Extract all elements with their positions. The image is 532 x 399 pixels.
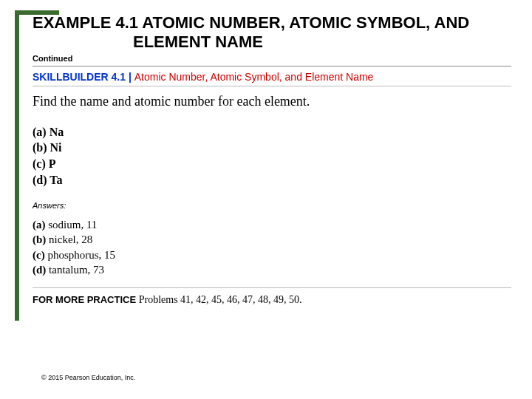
list-item: (a) sodium, 11 xyxy=(33,217,511,232)
title-line-1: EXAMPLE 4.1 ATOMIC NUMBER, ATOMIC SYMBOL… xyxy=(33,13,511,33)
slide-content: EXAMPLE 4.1 ATOMIC NUMBER, ATOMIC SYMBOL… xyxy=(27,13,511,306)
list-item: (d) tantalum, 73 xyxy=(33,262,511,277)
skillbuilder-heading: SKILLBUILDER 4.1 | Atomic Number, Atomic… xyxy=(33,71,511,83)
question-items: (a) Na (b) Ni (c) P (d) Ta xyxy=(33,124,511,188)
copyright-text: © 2015 Pearson Education, Inc. xyxy=(41,374,135,381)
divider xyxy=(33,66,511,66)
answers-list: (a) sodium, 11 (b) nickel, 28 (c) phosph… xyxy=(33,217,511,277)
answer-label: (d) xyxy=(33,264,46,276)
list-item: (b) nickel, 28 xyxy=(33,232,511,247)
divider xyxy=(33,287,511,288)
answer-value: tantalum, 73 xyxy=(46,264,104,276)
list-item: (c) phosphorus, 15 xyxy=(33,248,511,262)
instruction-text: Find the name and atomic number for each… xyxy=(33,94,511,109)
list-item: (a) Na xyxy=(33,124,511,140)
divider xyxy=(33,86,511,86)
title-line-2: ELEMENT NAME xyxy=(33,33,511,52)
skillbuilder-bold: SKILLBUILDER 4.1 | xyxy=(33,71,134,83)
more-practice-rest: Problems 41, 42, 45, 46, 47, 48, 49, 50. xyxy=(139,294,302,305)
more-practice-bold: FOR MORE PRACTICE xyxy=(33,294,139,305)
list-item: (c) P xyxy=(33,156,511,172)
answer-value: nickel, 28 xyxy=(46,233,92,245)
continued-label: Continued xyxy=(33,54,511,63)
answers-label: Answers: xyxy=(33,201,511,210)
answer-value: sodium, 11 xyxy=(46,219,98,231)
list-item: (d) Ta xyxy=(33,172,511,188)
example-title: EXAMPLE 4.1 ATOMIC NUMBER, ATOMIC SYMBOL… xyxy=(33,13,511,52)
answer-label: (a) xyxy=(33,219,46,231)
more-practice: FOR MORE PRACTICE Problems 41, 42, 45, 4… xyxy=(33,294,511,306)
accent-vertical-bar xyxy=(15,10,19,321)
answer-label: (b) xyxy=(33,233,46,245)
accent-horizontal-bar xyxy=(15,10,59,15)
answer-value: phosphorus, 15 xyxy=(45,249,115,261)
skillbuilder-rest: Atomic Number, Atomic Symbol, and Elemen… xyxy=(134,71,374,83)
list-item: (b) Ni xyxy=(33,140,511,156)
answer-label: (c) xyxy=(33,249,45,261)
